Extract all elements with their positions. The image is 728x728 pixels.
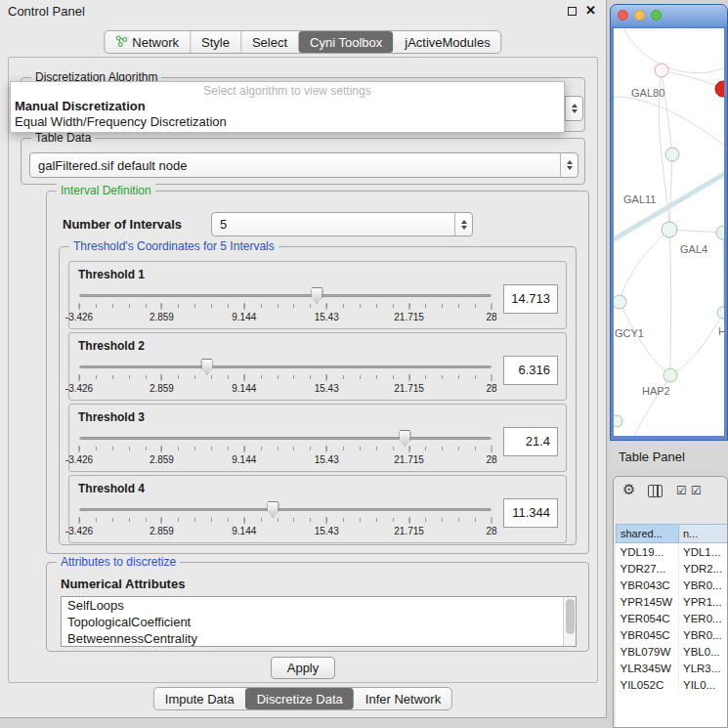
network-node[interactable] <box>664 368 677 382</box>
tab-network[interactable]: Network <box>105 31 190 53</box>
table-row[interactable]: YLR345WYLR3... <box>617 660 728 676</box>
slider-ticks <box>79 304 492 308</box>
slider-thumb[interactable] <box>267 501 279 518</box>
threshold-value-field[interactable]: 11.344 <box>503 498 558 528</box>
table-row[interactable]: YBR045CYBR0... <box>617 626 728 643</box>
table-cell[interactable]: YER0... <box>679 610 728 626</box>
attribute-list-item[interactable]: BetweennessCentrality <box>62 630 576 647</box>
tab-discretize-data[interactable]: Discretize Data <box>245 688 354 709</box>
table-cell[interactable]: YBR043C <box>617 577 679 593</box>
dropdown-option-manual-discretization[interactable]: Manual Discretization <box>11 98 564 113</box>
scale-label: 15.43 <box>315 454 339 465</box>
float-window-icon[interactable] <box>568 7 577 16</box>
network-node[interactable] <box>665 148 679 161</box>
tab-label: Network <box>132 35 179 50</box>
slider-thumb[interactable] <box>311 287 323 304</box>
slider-thumb[interactable] <box>200 359 213 375</box>
threshold-slider[interactable]: -3.426 2.859 9.144 15.43 21.715 28 <box>79 285 492 326</box>
network-node[interactable] <box>716 226 724 239</box>
tab-infer-network[interactable]: Infer Network <box>354 688 451 709</box>
columns-icon[interactable] <box>648 485 663 497</box>
numerical-attributes-label: Numerical Attributes <box>61 577 185 591</box>
network-node[interactable] <box>662 222 677 237</box>
scale-label: 28 <box>486 454 496 465</box>
table-row[interactable]: YDR27...YDR2... <box>617 560 728 577</box>
node-label: H <box>718 325 724 337</box>
thresholds-group: Threshold's Coordinates for 5 Intervals … <box>59 246 577 545</box>
network-window-titlebar[interactable] <box>611 5 727 26</box>
network-node-selected-red[interactable] <box>715 81 724 97</box>
column-header-shared-name[interactable]: shared... <box>617 525 679 543</box>
table-cell[interactable]: YBL0... <box>679 643 728 660</box>
threshold-slider[interactable]: -3.426 2.859 9.144 15.43 21.715 28 <box>79 357 492 398</box>
table-row[interactable]: YBL079WYBL0... <box>617 643 728 660</box>
table-cell[interactable]: YIL052C <box>617 676 679 693</box>
table-cell[interactable]: YLR3... <box>679 660 728 676</box>
dropdown-option-equal-width[interactable]: Equal Width/Frequency Discretization <box>11 113 564 129</box>
table-row[interactable]: YIL052CYIL0... <box>617 676 728 693</box>
tab-jactivemodules[interactable]: jActiveModules <box>393 31 500 53</box>
threshold-label: Threshold 2 <box>78 339 145 353</box>
tab-impute-data[interactable]: Impute Data <box>154 688 245 709</box>
table-cell[interactable]: YIL0... <box>679 676 728 693</box>
table-row[interactable]: YPR145WYPR1... <box>617 593 728 610</box>
threshold-value-field[interactable]: 6.316 <box>503 356 558 385</box>
table-cell[interactable]: YLR345W <box>617 660 679 676</box>
select-all-checkbox-icon[interactable]: ☑ <box>676 484 687 497</box>
slider-track[interactable] <box>79 365 492 368</box>
network-canvas[interactable]: GAL80 GAL11 GAL4 GCY1 HAP2 H <box>614 28 724 436</box>
combo-stepper-icon[interactable] <box>565 97 582 120</box>
table-cell[interactable]: YBR0... <box>679 577 728 593</box>
table-cell[interactable]: YBR045C <box>617 626 679 643</box>
threshold-slider[interactable]: -3.426 2.859 9.144 15.43 21.715 28 <box>79 428 492 469</box>
zoom-traffic-light-icon[interactable] <box>651 10 662 21</box>
tab-cyni-toolbox[interactable]: Cyni Toolbox <box>298 31 393 53</box>
number-of-intervals-combo[interactable]: 5 <box>211 212 473 236</box>
attribute-list-item[interactable]: TopologicalCoefficient <box>62 614 576 630</box>
close-traffic-light-icon[interactable] <box>618 10 628 21</box>
table-cell[interactable]: YDR27... <box>617 560 679 577</box>
tab-label: Select <box>252 35 287 50</box>
numerical-attributes-list[interactable]: SelfLoopsTopologicalCoefficientBetweenne… <box>61 596 577 647</box>
minimize-traffic-light-icon[interactable] <box>634 10 645 21</box>
table-cell[interactable]: YDR2... <box>679 560 728 577</box>
table-row[interactable]: YER054CYER0... <box>617 610 728 626</box>
scale-label: 15.43 <box>315 526 339 536</box>
tab-label: Cyni Toolbox <box>310 35 382 50</box>
table-cell[interactable]: YBR0... <box>679 626 728 643</box>
table-cell[interactable]: YPR1... <box>679 593 728 610</box>
combo-stepper-icon[interactable] <box>560 153 578 177</box>
slider-track[interactable] <box>79 508 492 511</box>
control-panel-window: Control Panel ✕ Network Style Select Cyn… <box>0 0 607 718</box>
attribute-list-item[interactable]: SelfLoops <box>62 597 576 614</box>
table-cell[interactable]: YDL1... <box>679 543 728 561</box>
tab-style[interactable]: Style <box>190 31 240 53</box>
table-row[interactable]: YBR043CYBR0... <box>617 577 728 593</box>
threshold-slider[interactable]: -3.426 2.859 9.144 15.43 21.715 28 <box>79 499 492 540</box>
slider-thumb[interactable] <box>399 430 411 447</box>
scrollbar[interactable] <box>563 597 576 646</box>
slider-track[interactable] <box>79 437 492 440</box>
table-cell[interactable]: YER054C <box>617 610 679 626</box>
network-node[interactable] <box>717 307 724 319</box>
table-cell[interactable]: YDL19... <box>617 543 679 561</box>
scale-label: 9.144 <box>232 454 256 465</box>
table-row[interactable]: YDL19...YDL1... <box>617 543 728 561</box>
network-node[interactable] <box>614 295 626 309</box>
slider-track[interactable] <box>79 294 492 297</box>
network-node[interactable] <box>655 64 668 77</box>
combo-stepper-icon[interactable] <box>454 213 472 236</box>
threshold-value-field[interactable]: 21.4 <box>503 427 558 456</box>
table-cell[interactable]: YPR145W <box>617 593 679 610</box>
table-cell[interactable]: YBL079W <box>617 643 679 660</box>
apply-button[interactable]: Apply <box>271 657 335 679</box>
table-data-combo[interactable]: galFiltered.sif default node <box>29 152 578 178</box>
close-icon[interactable]: ✕ <box>585 3 596 18</box>
scrollbar-thumb[interactable] <box>566 599 575 634</box>
network-node[interactable] <box>614 415 622 427</box>
column-header-name[interactable]: n... <box>679 525 728 543</box>
gear-icon[interactable]: ⚙ <box>622 481 635 498</box>
threshold-value-field[interactable]: 14.713 <box>503 284 558 314</box>
tab-select[interactable]: Select <box>240 31 298 53</box>
select-column-checkbox-icon[interactable]: ☑ <box>691 484 702 497</box>
